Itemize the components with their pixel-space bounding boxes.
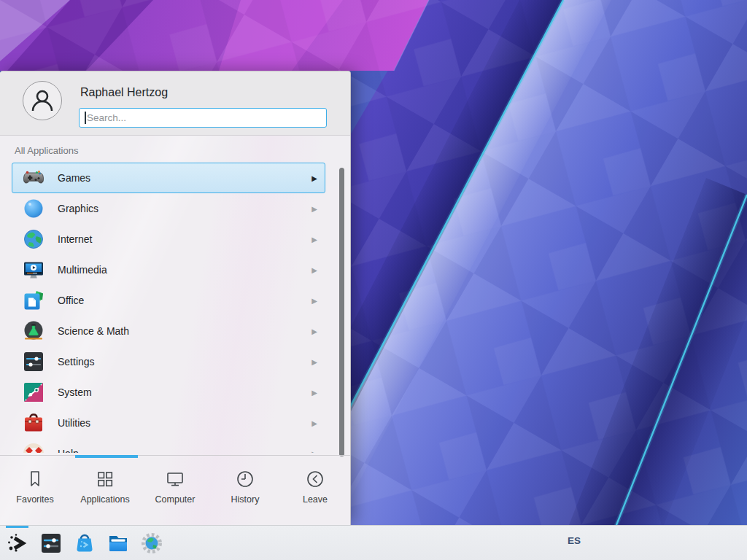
leave-icon bbox=[304, 468, 326, 490]
category-label: Utilities bbox=[58, 417, 90, 429]
office-document-icon bbox=[22, 289, 45, 312]
discover-software-center-button[interactable] bbox=[73, 532, 96, 555]
category-games[interactable]: Games ▶ bbox=[12, 163, 325, 193]
user-icon bbox=[28, 86, 57, 115]
search-field-wrap bbox=[79, 108, 327, 128]
system-settings-button[interactable] bbox=[39, 532, 63, 555]
category-label: Settings bbox=[58, 356, 95, 368]
category-label: Games bbox=[58, 172, 90, 184]
submenu-arrow-icon: ▶ bbox=[311, 205, 317, 213]
tabbar-divider bbox=[0, 455, 350, 456]
tab-computer[interactable]: Computer bbox=[140, 458, 210, 525]
avatar[interactable] bbox=[23, 81, 62, 120]
category-label: Graphics bbox=[58, 203, 98, 214]
tab-label: Leave bbox=[303, 494, 328, 505]
multimedia-monitor-icon bbox=[22, 258, 45, 281]
graphics-sphere-icon bbox=[22, 197, 45, 220]
category-label: Internet bbox=[58, 233, 92, 245]
submenu-arrow-icon: ▶ bbox=[311, 297, 317, 305]
submenu-arrow-icon: ▶ bbox=[311, 236, 317, 244]
category-help[interactable]: Help ▶ bbox=[12, 438, 325, 453]
launcher-tabbar: Favorites Applications C bbox=[0, 458, 350, 525]
desktop: Raphael Hertzog All Applications bbox=[0, 0, 747, 560]
category-internet[interactable]: Internet ▶ bbox=[12, 224, 325, 254]
category-science-math[interactable]: Science & Math ▶ bbox=[12, 316, 325, 346]
monitor-icon bbox=[164, 468, 186, 490]
taskbar: ES ▲ 7:03 PM 4/24/21 bbox=[0, 525, 747, 560]
category-label: System bbox=[58, 386, 92, 398]
submenu-arrow-icon: ▶ bbox=[311, 450, 317, 454]
submenu-arrow-icon: ▶ bbox=[311, 419, 317, 427]
category-graphics[interactable]: Graphics ▶ bbox=[12, 193, 325, 224]
text-cursor bbox=[85, 112, 86, 124]
utilities-toolbox-icon bbox=[22, 411, 45, 435]
category-system[interactable]: System ▶ bbox=[12, 377, 325, 408]
launcher-header: Raphael Hertzog bbox=[0, 71, 350, 136]
application-launcher-popup: Raphael Hertzog All Applications bbox=[0, 71, 351, 525]
app-grid-icon bbox=[94, 468, 116, 490]
category-label: Science & Math bbox=[58, 325, 129, 337]
category-office[interactable]: Office ▶ bbox=[12, 285, 325, 316]
tab-favorites[interactable]: Favorites bbox=[0, 458, 70, 525]
tab-applications[interactable]: Applications bbox=[70, 458, 140, 525]
dolphin-file-manager-button[interactable] bbox=[107, 532, 130, 555]
globe-icon bbox=[22, 228, 45, 251]
launcher-active-indicator bbox=[6, 526, 28, 528]
section-label: All Applications bbox=[15, 145, 78, 156]
help-lifebuoy-icon bbox=[22, 442, 45, 453]
tab-leave[interactable]: Leave bbox=[280, 458, 350, 525]
gamepad-icon bbox=[22, 166, 45, 190]
category-list: Games ▶ Graphics ▶ bbox=[0, 163, 350, 453]
submenu-arrow-icon: ▶ bbox=[311, 266, 317, 274]
clock-icon bbox=[234, 468, 256, 490]
category-label: Office bbox=[58, 295, 84, 306]
submenu-arrow-icon: ▶ bbox=[311, 174, 317, 182]
user-name: Raphael Hertzog bbox=[80, 86, 168, 99]
application-launcher-button[interactable] bbox=[6, 532, 29, 555]
category-label: Help bbox=[58, 448, 79, 453]
bookmark-icon bbox=[24, 468, 46, 490]
tab-label: History bbox=[231, 494, 260, 505]
system-slider-icon bbox=[22, 381, 45, 404]
submenu-arrow-icon: ▶ bbox=[311, 358, 317, 366]
search-input[interactable] bbox=[79, 108, 327, 128]
keyboard-layout-indicator[interactable]: ES bbox=[568, 535, 581, 546]
web-browser-button[interactable] bbox=[140, 532, 163, 555]
category-utilities[interactable]: Utilities ▶ bbox=[12, 408, 325, 438]
category-multimedia[interactable]: Multimedia ▶ bbox=[12, 254, 325, 285]
science-flask-icon bbox=[22, 319, 45, 343]
tab-label: Favorites bbox=[16, 494, 53, 505]
tab-label: Computer bbox=[155, 494, 196, 505]
submenu-arrow-icon: ▶ bbox=[311, 327, 317, 335]
category-label: Multimedia bbox=[58, 264, 107, 276]
category-settings[interactable]: Settings ▶ bbox=[12, 346, 325, 377]
list-scrollbar[interactable] bbox=[339, 168, 344, 456]
tab-label: Applications bbox=[80, 494, 129, 505]
settings-sliders-icon bbox=[22, 350, 45, 373]
submenu-arrow-icon: ▶ bbox=[311, 389, 317, 397]
tab-history[interactable]: History bbox=[210, 458, 280, 525]
